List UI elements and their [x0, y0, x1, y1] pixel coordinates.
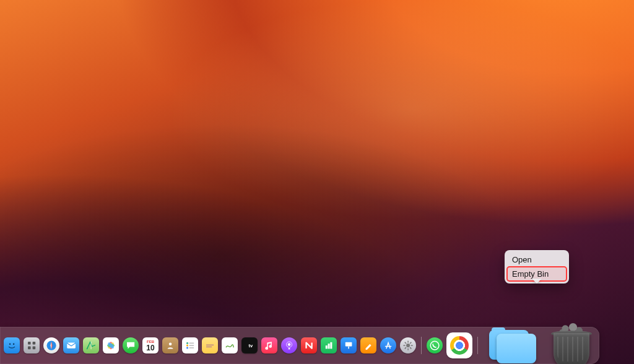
- appstore-a-icon: [383, 340, 394, 351]
- safari-icon[interactable]: [43, 337, 59, 353]
- list-icon: [185, 340, 196, 351]
- svg-point-16: [186, 344, 188, 346]
- menu-item-open[interactable]: Open: [507, 253, 567, 267]
- settings-icon[interactable]: [400, 337, 416, 353]
- maps-icon[interactable]: [83, 337, 99, 353]
- menu-item-empty-bin[interactable]: Empty Bin: [507, 267, 567, 281]
- pages-icon[interactable]: [360, 337, 376, 353]
- podium-icon: [343, 340, 354, 351]
- svg-rect-9: [67, 342, 76, 348]
- podcasts-icon[interactable]: [281, 337, 297, 353]
- finder-face-icon: [6, 340, 17, 351]
- svg-rect-21: [206, 344, 214, 345]
- notes-icon[interactable]: [202, 337, 218, 353]
- calendar-icon[interactable]: FEB 10: [142, 337, 158, 353]
- grid-icon: [26, 340, 37, 351]
- chrome-icon[interactable]: [446, 332, 472, 358]
- desktop-wallpaper: [0, 0, 634, 364]
- svg-rect-2: [28, 342, 31, 345]
- tv-icon[interactable]: tv: [241, 337, 258, 353]
- svg-line-39: [410, 342, 411, 344]
- svg-point-15: [186, 342, 188, 344]
- pen-icon: [363, 340, 374, 351]
- dock-separator: [421, 337, 422, 354]
- svg-point-0: [9, 344, 11, 345]
- scribble-icon: [224, 340, 235, 351]
- music-icon[interactable]: [261, 337, 277, 353]
- whatsapp-icon[interactable]: [427, 337, 443, 353]
- trash-context-menu: Open Empty Bin: [505, 250, 569, 284]
- messages-icon[interactable]: [123, 337, 139, 353]
- svg-point-24: [288, 343, 291, 346]
- numbers-icon[interactable]: [321, 337, 337, 353]
- photos-icon[interactable]: [103, 337, 119, 353]
- svg-line-36: [405, 342, 406, 344]
- svg-rect-4: [28, 347, 31, 350]
- contacts-icon[interactable]: [162, 337, 178, 353]
- svg-line-38: [405, 347, 406, 349]
- dock: FEB 10 tv: [0, 327, 599, 364]
- mail-icon[interactable]: [63, 337, 79, 353]
- svg-rect-18: [189, 342, 194, 344]
- dock-separator-2: [477, 337, 478, 354]
- podcast-icon: [284, 340, 295, 351]
- envelope-icon: [66, 340, 77, 351]
- svg-rect-27: [328, 344, 329, 349]
- trash-icon[interactable]: [550, 323, 593, 364]
- bars-icon: [323, 340, 334, 351]
- svg-line-37: [410, 347, 411, 349]
- svg-rect-19: [189, 345, 194, 346]
- note-icon: [204, 340, 215, 351]
- freeform-icon[interactable]: [222, 337, 238, 353]
- finder-icon[interactable]: [4, 337, 20, 353]
- appletv-icon: tv: [244, 340, 255, 351]
- svg-point-17: [186, 347, 188, 349]
- svg-point-40: [430, 341, 439, 350]
- svg-rect-26: [326, 345, 328, 349]
- svg-rect-3: [33, 342, 36, 345]
- svg-text:tv: tv: [248, 343, 253, 349]
- gear-icon: [402, 340, 414, 351]
- svg-rect-28: [330, 342, 332, 349]
- svg-point-1: [13, 344, 14, 345]
- flower-icon: [105, 340, 116, 351]
- svg-rect-20: [189, 347, 194, 349]
- speech-bubble-icon: [125, 340, 136, 351]
- note-music-icon: [264, 340, 275, 351]
- reminders-icon[interactable]: [182, 337, 198, 353]
- calendar-day-label: 10: [146, 344, 154, 352]
- svg-point-31: [406, 344, 410, 347]
- keynote-icon[interactable]: [341, 337, 357, 353]
- news-icon[interactable]: [301, 337, 317, 353]
- news-n-icon: [303, 340, 315, 351]
- svg-rect-22: [206, 347, 212, 348]
- phone-bubble-icon: [429, 340, 440, 351]
- addressbook-icon: [165, 340, 176, 351]
- map-icon: [85, 340, 97, 351]
- appstore-icon[interactable]: [380, 337, 396, 353]
- compass-icon: [46, 340, 57, 351]
- downloads-folder-icon[interactable]: [489, 327, 537, 363]
- svg-rect-30: [348, 347, 349, 349]
- launchpad-icon[interactable]: [24, 337, 40, 353]
- svg-rect-29: [345, 342, 352, 347]
- svg-rect-5: [33, 347, 36, 350]
- chrome-ring-icon: [450, 336, 469, 355]
- svg-point-14: [169, 342, 172, 345]
